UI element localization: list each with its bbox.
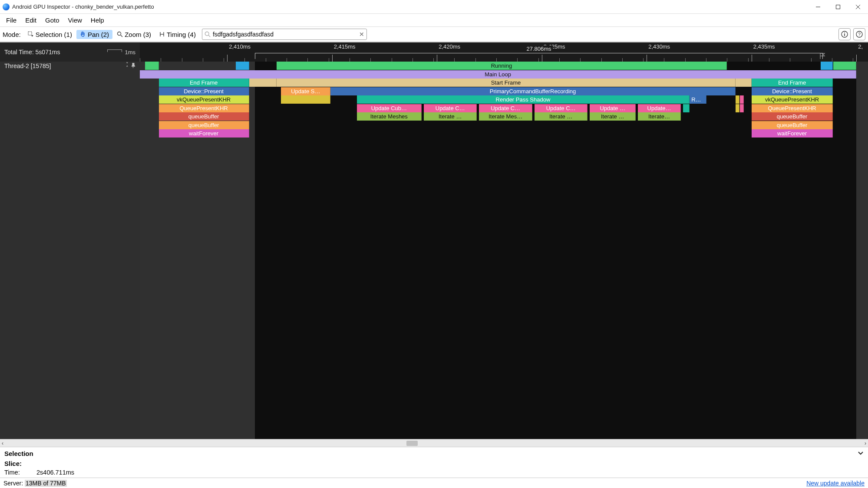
search-input[interactable]	[202, 29, 367, 40]
flag-icon[interactable]	[819, 52, 827, 60]
scrollbar-thumb[interactable]	[406, 441, 418, 446]
trace-slice[interactable]: Iterate …	[590, 112, 636, 121]
scroll-left-icon[interactable]: ‹	[2, 440, 3, 446]
trace-slice[interactable]: Main Loop	[140, 70, 856, 79]
trace-slice[interactable]: queueBuffer	[752, 121, 833, 129]
trace-slice[interactable]: Iterate…	[638, 112, 681, 121]
selection-panel: Selection Slice: Time: 2s406.711ms	[0, 447, 868, 478]
trace-slice[interactable]: Update C…	[424, 104, 477, 112]
trace-slice[interactable]: queueBuffer	[159, 121, 249, 129]
ruler-minor-tick	[853, 58, 853, 62]
menu-file[interactable]: File	[2, 15, 21, 26]
trace-slice[interactable]: QueuePresentKHR	[752, 104, 833, 112]
trace-slice[interactable]: Update S…	[281, 87, 330, 95]
trace-slice[interactable]	[740, 104, 744, 112]
trace-slice[interactable]	[236, 62, 249, 70]
maximize-button[interactable]	[828, 0, 848, 14]
help-icon: ?	[856, 31, 863, 38]
mode-selection[interactable]: Selection (1)	[24, 30, 76, 39]
trace-slice[interactable]: Iterate …	[424, 112, 477, 121]
trace-slice[interactable]	[281, 95, 330, 104]
ruler-ticks[interactable]: 2,410ms2,415ms2,420ms2,425ms2,430ms2,435…	[140, 43, 868, 62]
timing-icon	[159, 31, 165, 37]
horizontal-scrollbar[interactable]: ‹ ›	[0, 439, 868, 447]
server-memory: Server: 13MB of 77MB	[3, 480, 67, 487]
trace-slice[interactable]	[740, 95, 744, 104]
svg-rect-13	[844, 34, 845, 36]
statusbar: Server: 13MB of 77MB New update availabl…	[0, 478, 868, 488]
trace-slice[interactable]: Update …	[590, 104, 636, 112]
trace-slice[interactable]: Update C…	[479, 104, 532, 112]
tracks: Thread-2 [15785] ˅˄ RunningMain LoopEnd …	[0, 62, 868, 439]
menu-help[interactable]: Help	[86, 15, 109, 26]
mode-pan[interactable]: Pan (2)	[76, 30, 112, 39]
trace-slice[interactable]: Running	[277, 62, 726, 70]
menubar: FileEditGotoViewHelp	[0, 14, 868, 27]
trace-slice[interactable]: QueuePresentKHR	[159, 104, 249, 112]
trace-slice[interactable]: Update Cub…	[357, 104, 422, 112]
trace-slice[interactable]: PrimaryCommandBufferRecording	[330, 87, 735, 95]
trace-slice[interactable]	[249, 79, 277, 87]
menu-goto[interactable]: Goto	[41, 15, 64, 26]
trace-slice[interactable]: queueBuffer	[159, 112, 249, 121]
info-button[interactable]	[838, 28, 851, 40]
pan-icon	[80, 31, 86, 37]
trace-slice[interactable]: End Frame	[752, 79, 833, 87]
mode-buttons: Selection (1)Pan (2)Zoom (3)Timing (4)	[24, 30, 199, 39]
trace-slice[interactable]: waitForever	[752, 129, 833, 138]
trace-slice[interactable]	[683, 104, 690, 112]
update-link[interactable]: New update available	[806, 480, 865, 487]
thread-controls: ˅˄	[126, 62, 135, 69]
thread-header[interactable]: Thread-2 [15785] ˅˄	[0, 62, 140, 70]
trace-slice[interactable]: Re…	[690, 95, 706, 104]
trace-slice[interactable]: End Frame	[159, 79, 249, 87]
trace-slice[interactable]	[833, 62, 857, 70]
help-button[interactable]: ?	[853, 28, 865, 40]
trace-slice[interactable]: Iterate …	[535, 112, 587, 121]
selection-icon	[28, 31, 34, 37]
trace-slice[interactable]: waitForever	[159, 129, 249, 138]
trace-slice[interactable]	[145, 62, 159, 70]
trace-slice[interactable]	[736, 95, 739, 104]
mode-zoom[interactable]: Zoom (3)	[113, 30, 155, 39]
trace-slice[interactable]: Start Frame	[277, 79, 736, 87]
trace-slice[interactable]: Iterate Mes…	[479, 112, 532, 121]
pin-icon[interactable]	[131, 62, 135, 69]
trace-slice[interactable]: Update…	[638, 104, 681, 112]
clear-search-icon[interactable]: ✕	[359, 31, 364, 38]
search-box: ✕	[202, 29, 367, 40]
minimize-icon	[816, 5, 820, 9]
close-button[interactable]	[848, 0, 868, 14]
scroll-right-icon[interactable]: ›	[865, 440, 866, 446]
trace-slice[interactable]: Device::Present	[752, 87, 833, 95]
trace-slice[interactable]	[736, 79, 752, 87]
trace-slice[interactable]	[736, 104, 739, 112]
ruler: Total Time: 5s071ms 1ms 2,410ms2,415ms2,…	[0, 43, 868, 62]
collapse-icon[interactable]: ˅˄	[126, 62, 129, 69]
svg-point-10	[205, 32, 209, 36]
trace-slice[interactable]: Render Pass Shadow	[357, 95, 690, 104]
trace-slice[interactable]	[821, 62, 833, 70]
trace-slice[interactable]: vkQueuePresentKHR	[752, 95, 833, 104]
svg-line-11	[208, 35, 210, 37]
trace-slice[interactable]: queueBuffer	[752, 112, 833, 121]
trace-slice[interactable]: Iterate Meshes	[357, 112, 422, 121]
svg-text:?: ?	[858, 32, 861, 37]
trace-slice[interactable]: Update C…	[535, 104, 587, 112]
collapse-panel-icon[interactable]	[858, 450, 864, 457]
slice-label: Slice:	[4, 460, 864, 467]
mode-timing[interactable]: Timing (4)	[155, 30, 199, 39]
trace-slice[interactable]: Device::Present	[159, 87, 249, 95]
trace-slice[interactable]: vkQueuePresentKHR	[159, 95, 249, 104]
menu-edit[interactable]: Edit	[21, 15, 41, 26]
thread-label: Thread-2 [15785]	[4, 62, 51, 69]
server-prefix: Server:	[3, 480, 25, 487]
minimize-button[interactable]	[808, 0, 828, 14]
ruler-minor-tick	[224, 58, 224, 62]
menu-view[interactable]: View	[64, 15, 86, 26]
tracks-canvas[interactable]: RunningMain LoopEnd FrameStart FrameEnd …	[140, 62, 868, 439]
ruler-minor-tick	[244, 58, 245, 62]
window-buttons	[808, 0, 868, 14]
time-span-label: 27.806ms	[525, 46, 553, 52]
timeline[interactable]: Total Time: 5s071ms 1ms 2,410ms2,415ms2,…	[0, 43, 868, 439]
